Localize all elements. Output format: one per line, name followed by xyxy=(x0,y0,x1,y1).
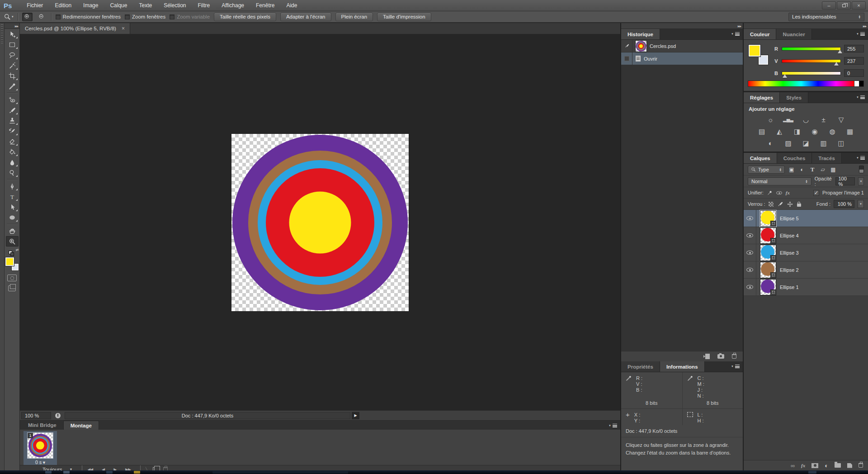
canvas-artwork[interactable] xyxy=(231,134,409,311)
tab-proprietes[interactable]: Propriétés xyxy=(621,361,660,372)
layer-row-ellipse-2[interactable]: Ellipse 2 xyxy=(744,261,868,279)
history-state-row-ouvrir[interactable]: Ouvrir xyxy=(621,52,743,65)
history-brush-source-cell[interactable] xyxy=(621,40,632,52)
invert-icon[interactable]: ◐ xyxy=(765,139,776,147)
menu-filtre[interactable]: Filtre xyxy=(192,2,216,9)
layer-row-ellipse-4[interactable]: Ellipse 4 xyxy=(744,227,868,244)
quick-mask-button[interactable] xyxy=(7,275,17,281)
layer-thumbnail[interactable] xyxy=(760,228,776,243)
layer-row-ellipse-5[interactable]: Ellipse 5 xyxy=(744,210,868,227)
layer-thumbnail[interactable] xyxy=(760,262,776,278)
blue-slider[interactable] xyxy=(782,71,841,75)
zoom-all-windows-checkbox[interactable]: Zoom fenêtres xyxy=(125,14,165,19)
fill-dropdown[interactable]: ▼ xyxy=(858,200,864,208)
tab-montage[interactable]: Montage xyxy=(63,421,99,430)
right-column-header[interactable]: ▶▶ xyxy=(744,23,868,29)
clone-stamp-tool[interactable] xyxy=(6,115,19,126)
opacity-dropdown[interactable]: ▼ xyxy=(858,177,864,185)
black-swatch[interactable] xyxy=(859,81,864,87)
document-close-icon[interactable]: × xyxy=(122,26,125,31)
filtering-toggle[interactable] xyxy=(859,166,864,173)
tab-couches[interactable]: Couches xyxy=(777,153,812,163)
delete-layer-icon[interactable] xyxy=(859,463,863,468)
hue-saturation-icon[interactable]: ▤ xyxy=(756,128,767,135)
move-tool[interactable] xyxy=(6,29,19,39)
zoom-level-field[interactable]: 100 % xyxy=(21,412,51,419)
layer-name[interactable]: Ellipse 1 xyxy=(780,284,799,290)
unify-position-icon[interactable] xyxy=(767,190,773,196)
fill-value[interactable]: 100 % xyxy=(834,200,854,208)
menu-fichier[interactable]: Fichier xyxy=(21,2,49,9)
visibility-toggle[interactable] xyxy=(744,244,756,261)
lasso-tool[interactable] xyxy=(6,50,19,60)
zoom-out-button[interactable] xyxy=(37,13,47,21)
hand-tool[interactable] xyxy=(6,226,19,236)
new-adjustment-layer-icon[interactable]: ◐ xyxy=(825,463,828,469)
lock-pixels-icon[interactable] xyxy=(778,201,783,207)
visibility-toggle[interactable] xyxy=(744,279,756,295)
filter-smart-objects-icon[interactable]: ▩ xyxy=(830,166,837,173)
green-value-field[interactable]: 237 xyxy=(844,57,864,65)
pen-tool[interactable] xyxy=(6,181,19,191)
new-layer-icon[interactable] xyxy=(847,463,852,468)
propagate-checkbox[interactable]: ✓ xyxy=(813,190,819,196)
opacity-value[interactable]: 100 % xyxy=(835,177,855,185)
unify-visibility-icon[interactable] xyxy=(776,191,782,194)
color-lookup-icon[interactable]: ▦ xyxy=(844,128,855,135)
foreground-color-swatch[interactable] xyxy=(5,257,14,266)
dodge-tool[interactable] xyxy=(6,167,19,178)
layer-name[interactable]: Ellipse 5 xyxy=(780,216,799,221)
type-tool[interactable]: T xyxy=(6,191,19,202)
zoom-tool[interactable] xyxy=(6,236,19,246)
restore-button[interactable] xyxy=(837,1,851,9)
frame-delay-select[interactable]: 0 s ▾ xyxy=(35,459,45,465)
tab-styles[interactable]: Styles xyxy=(780,92,808,103)
history-source-cell[interactable] xyxy=(621,52,632,65)
brightness-contrast-icon[interactable]: ☼ xyxy=(765,116,776,123)
color-balance-icon[interactable]: ◭ xyxy=(774,128,785,135)
link-layers-icon[interactable]: ∞ xyxy=(791,463,795,469)
default-swap-colors[interactable]: ⇄ xyxy=(9,249,16,255)
visibility-toggle[interactable] xyxy=(744,210,756,227)
unify-style-icon[interactable]: fx xyxy=(786,190,790,195)
blur-tool[interactable] xyxy=(6,157,19,167)
brush-tool[interactable] xyxy=(6,105,19,115)
animation-frame-1[interactable]: 1 0 s ▾ xyxy=(24,431,57,465)
menu-affichage[interactable]: Affichage xyxy=(216,2,250,9)
fill-screen-button[interactable]: Plein écran xyxy=(335,13,373,21)
blue-slider-handle[interactable] xyxy=(783,74,787,78)
tab-nuancier[interactable]: Nuancier xyxy=(776,29,811,39)
zoom-tool-icon[interactable]: ▾ xyxy=(4,13,14,20)
workspace-switcher[interactable]: Les indispensables ▲▼ xyxy=(788,13,864,21)
menu-aide[interactable]: Aide xyxy=(280,2,303,9)
filter-adjustment-layers-icon[interactable]: ◐ xyxy=(798,166,806,173)
lock-position-icon[interactable] xyxy=(787,201,793,207)
crop-tool[interactable] xyxy=(6,71,19,81)
color-panel-menu[interactable]: ▼ xyxy=(856,32,865,36)
tab-couleur[interactable]: Couleur xyxy=(744,29,776,39)
layer-style-icon[interactable]: fx xyxy=(801,463,805,468)
menu-fenetre[interactable]: Fenêtre xyxy=(250,2,280,9)
blue-value-field[interactable]: 0 xyxy=(844,69,864,77)
path-selection-tool[interactable] xyxy=(6,202,19,212)
visibility-toggle[interactable] xyxy=(744,227,756,244)
filter-shape-layers-icon[interactable]: ▱ xyxy=(819,166,826,173)
filter-type-layers-icon[interactable]: T xyxy=(809,166,816,173)
document-tab[interactable]: Cercles.psd @ 100% (Ellipse 5, RVB/8) × xyxy=(20,23,130,34)
selective-color-icon[interactable]: ◫ xyxy=(836,139,847,147)
visibility-toggle[interactable] xyxy=(744,261,756,278)
menu-edition[interactable]: Edition xyxy=(49,2,77,9)
gradient-map-icon[interactable]: ▥ xyxy=(818,139,829,147)
layer-name[interactable]: Ellipse 3 xyxy=(780,250,799,256)
layer-thumbnail[interactable] xyxy=(760,245,776,261)
actual-pixels-button[interactable]: Taille réelle des pixels xyxy=(214,13,276,21)
menu-image[interactable]: Image xyxy=(77,2,104,9)
exposure-icon[interactable]: ± xyxy=(818,116,829,123)
info-panel-menu[interactable]: ▼ xyxy=(731,365,740,368)
layer-row-ellipse-3[interactable]: Ellipse 3 xyxy=(744,244,868,261)
vibrance-icon[interactable]: ▽ xyxy=(836,116,847,123)
green-slider-handle[interactable] xyxy=(834,62,839,66)
photo-filter-icon[interactable]: ◉ xyxy=(809,128,820,135)
paint-bucket-tool[interactable] xyxy=(6,147,19,157)
threshold-icon[interactable]: ◪ xyxy=(801,139,811,147)
